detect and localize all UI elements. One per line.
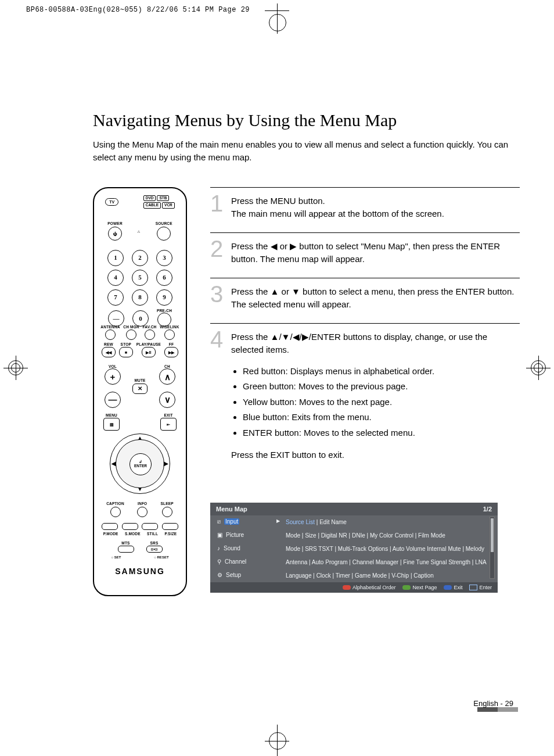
step-4-bullets: Red button: Displays menus in alphabetic… bbox=[243, 365, 520, 440]
remote-dash-button: — bbox=[108, 310, 124, 327]
step-1-line-b: The main menu will appear at the bottom … bbox=[231, 209, 444, 218]
osd-input-hl: Source List bbox=[286, 519, 315, 525]
remote-dpad-left: ◀ bbox=[111, 461, 116, 467]
step-4-text: Press the ▲/▼/◀/▶/ENTER buttons to displ… bbox=[231, 332, 487, 355]
remote-control-figure: TV DVD STB CABLE VCR POWER ⏻ bbox=[93, 187, 187, 596]
step-3-number: 3 bbox=[210, 285, 231, 303]
remote-red-button bbox=[102, 523, 118, 530]
remote-num-3: 3 bbox=[156, 250, 172, 266]
step-4: 4 Press the ▲/▼/◀/▶/ENTER buttons to dis… bbox=[210, 323, 520, 474]
osd-title: Menu Map bbox=[216, 506, 247, 513]
remote-favch-label: FAV.CH bbox=[143, 325, 157, 329]
remote-source-button bbox=[157, 227, 171, 241]
remote-info-button bbox=[137, 507, 148, 517]
page-title: Navigating Menus by Using the Menu Map bbox=[93, 110, 520, 130]
osd-blue-dot-icon bbox=[444, 585, 452, 590]
bullet-red: Red button: Displays menus in alphabetic… bbox=[243, 365, 520, 378]
step-1-line-a: Press the MENU button. bbox=[231, 196, 325, 206]
remote-menu-button: ▤ bbox=[103, 418, 120, 431]
bullet-enter: ENTER button: Moves to the selected menu… bbox=[243, 427, 520, 440]
remote-num-7: 7 bbox=[107, 289, 124, 306]
print-header: BP68-00588A-03Eng(028~055) 8/22/06 5:14 … bbox=[26, 6, 250, 14]
remote-chip-stb: STB bbox=[157, 195, 169, 202]
remote-mts-button bbox=[118, 546, 134, 553]
remote-blue-button bbox=[162, 523, 178, 530]
osd-row-input: ⎚Input ▶ Source List | Edit Name bbox=[210, 515, 498, 529]
remote-rew-label: REW bbox=[104, 343, 113, 347]
osd-footer-next: Next Page bbox=[412, 585, 437, 590]
remote-srs-label: SRS bbox=[150, 542, 159, 546]
remote-num-9: 9 bbox=[156, 289, 172, 306]
remote-menu-label: MENU bbox=[106, 414, 117, 418]
remote-enter-button: ↲ ENTER bbox=[129, 453, 152, 475]
remote-green-button bbox=[122, 523, 138, 530]
step-1: 1 Press the MENU button. The main menu w… bbox=[210, 187, 520, 232]
page-footer: English - 29 bbox=[473, 699, 513, 708]
remote-enter-icon: ↲ bbox=[139, 460, 142, 464]
remote-chmgr-label: CH MGR bbox=[123, 325, 139, 329]
remote-mute-label: MUTE bbox=[94, 379, 186, 383]
remote-ff-button: ▶▶ bbox=[164, 347, 178, 357]
osd-caret-icon: ▶ bbox=[276, 518, 280, 524]
steps-column: 1 Press the MENU button. The main menu w… bbox=[210, 187, 520, 596]
remote-dpad-up: ▲ bbox=[137, 435, 143, 441]
osd-menu-map: Menu Map 1/2 ⎚Input ▶ Source List | Edit… bbox=[210, 503, 498, 593]
remote-vol-down: — bbox=[105, 392, 121, 408]
remote-srs-button: ((●)) bbox=[146, 546, 163, 553]
remote-num-1: 1 bbox=[107, 250, 124, 266]
remote-favch-button bbox=[145, 329, 155, 340]
remote-sleep-label: SLEEP bbox=[161, 502, 174, 506]
step-4-number: 4 bbox=[210, 331, 231, 348]
remote-antenna-button bbox=[105, 329, 116, 340]
remote-dpad: ▲ ▼ ◀ ▶ ↲ ENTER bbox=[107, 431, 172, 496]
remote-mts-label: MTS bbox=[121, 542, 129, 546]
osd-row-channel: ⚲Channel ▶ Antenna | Auto Program | Chan… bbox=[210, 556, 498, 569]
remote-brand-label: SAMSUNG bbox=[94, 567, 186, 575]
step-2-number: 2 bbox=[210, 240, 231, 257]
osd-red-dot-icon bbox=[343, 585, 351, 590]
remote-ff-label: FF bbox=[169, 343, 174, 347]
registration-target-left bbox=[8, 360, 23, 375]
remote-num-8: 8 bbox=[132, 289, 148, 306]
registration-target-right bbox=[531, 360, 546, 375]
crop-mark-bottom-circle bbox=[269, 732, 286, 750]
remote-tv-button: TV bbox=[105, 198, 118, 206]
remote-dpad-right: ▶ bbox=[164, 461, 168, 467]
remote-reset-indicator: ○ RESET bbox=[154, 556, 168, 559]
remote-info-label: INFO bbox=[138, 502, 147, 506]
osd-footer-enter: Enter bbox=[479, 585, 492, 590]
remote-num-2: 2 bbox=[132, 250, 148, 266]
step-3-text: Press the ▲ or ▼ button to select a menu… bbox=[231, 285, 520, 311]
remote-ch-down: ∨ bbox=[159, 392, 175, 408]
remote-chmgr-button bbox=[126, 329, 136, 340]
remote-yellow-button bbox=[142, 523, 158, 530]
remote-wiselink-label: WISELINK bbox=[160, 325, 179, 329]
remote-rew-button: ◀◀ bbox=[102, 347, 116, 357]
remote-chip-vcr: VCR bbox=[162, 202, 175, 209]
osd-cat-input: Input bbox=[224, 518, 239, 525]
remote-num-5: 5 bbox=[132, 270, 148, 286]
remote-power-button: ⏻ bbox=[108, 227, 122, 241]
osd-cat-setup: Setup bbox=[226, 572, 241, 578]
remote-smode-label: S.MODE bbox=[125, 532, 141, 536]
remote-sleep-button bbox=[162, 507, 172, 517]
bullet-yellow: Yellow button: Moves to the next page. bbox=[243, 396, 520, 409]
osd-sound-desc: Mode | SRS TSXT | Multi-Track Options | … bbox=[286, 545, 491, 553]
remote-caption-button bbox=[110, 507, 121, 517]
osd-cat-sound: Sound bbox=[224, 545, 240, 551]
intro-text: Using the Menu Map of the main menu enab… bbox=[93, 138, 520, 164]
page-footer-text: English - 29 bbox=[473, 699, 513, 708]
osd-cat-picture: Picture bbox=[226, 532, 244, 538]
step-4-text-after: Press the EXIT button to exit. bbox=[231, 450, 344, 460]
osd-green-dot-icon bbox=[402, 585, 411, 590]
osd-row-sound: ♪Sound ▶ Mode | SRS TSXT | Multi-Track O… bbox=[210, 542, 498, 556]
osd-enter-icon bbox=[469, 585, 477, 590]
remote-playpause-button: ▶II bbox=[142, 347, 156, 357]
remote-exit-button: ⇤ bbox=[160, 418, 177, 431]
osd-footer-exit: Exit bbox=[454, 585, 462, 590]
remote-num-4: 4 bbox=[107, 270, 124, 286]
osd-input-rest: | Edit Name bbox=[315, 519, 347, 525]
osd-scrollbar bbox=[490, 517, 495, 579]
remote-exit-label: EXIT bbox=[164, 414, 172, 418]
osd-footer-alpha: Alphabetical Order bbox=[352, 585, 396, 590]
